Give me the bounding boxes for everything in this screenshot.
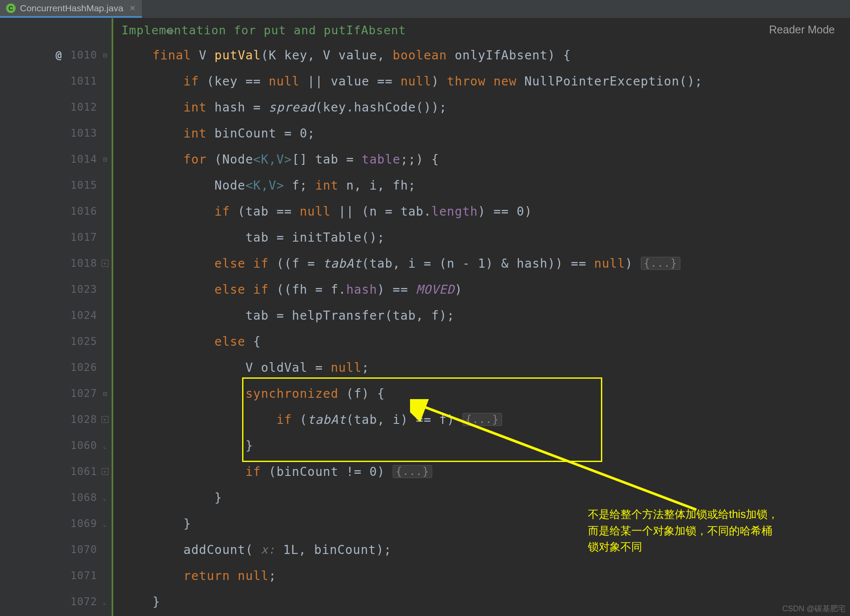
fold-placeholder[interactable]: {...} [641, 257, 680, 270]
inline-hint: x: [261, 543, 275, 556]
line-number[interactable]: 1015 [0, 172, 110, 198]
code-line[interactable]: if (tabAt(tab, i) == f) {...} [111, 406, 850, 433]
fold-minus-icon[interactable]: ⊟ [103, 390, 108, 398]
line-number[interactable]: 1068⌞ [0, 485, 110, 511]
override-gutter-icon[interactable]: @ [56, 49, 62, 61]
tab-bar: C ConcurrentHashMap.java ✕ [0, 0, 850, 18]
line-number[interactable]: 1017 [0, 224, 110, 250]
code-line[interactable]: } [111, 589, 850, 615]
code-line[interactable]: final V putVal(K key, V value, boolean o… [111, 42, 850, 68]
fold-plus-icon[interactable]: + [102, 416, 108, 423]
line-number[interactable]: 1016 [0, 198, 110, 224]
line-number[interactable]: 1026 [0, 354, 110, 380]
code-line[interactable]: else if ((f = tabAt(tab, i = (n - 1) & h… [111, 250, 850, 276]
code-line[interactable]: } [111, 433, 850, 459]
line-number[interactable]: 1072⌞ [0, 589, 110, 615]
fold-close-icon[interactable]: ⌞ [103, 494, 108, 502]
line-number[interactable]: 1013 [0, 120, 110, 146]
line-number[interactable]: 1071 [0, 563, 110, 589]
fold-placeholder[interactable]: {...} [463, 413, 502, 426]
code-line[interactable]: Node<K,V> f; int n, i, fh; [111, 172, 850, 198]
code-line[interactable]: return null; [111, 563, 850, 589]
fold-placeholder[interactable]: {...} [393, 465, 432, 478]
close-icon[interactable]: ✕ [129, 3, 136, 13]
fold-close-icon[interactable]: ⌞ [103, 442, 108, 450]
line-number[interactable]: 1012 [0, 94, 110, 120]
code-line[interactable]: if (key == null || value == null) throw … [111, 68, 850, 94]
code-line[interactable]: else { [111, 328, 850, 354]
code-line[interactable]: tab = helpTransfer(tab, f); [111, 302, 850, 328]
line-number[interactable]: 1011 [0, 68, 110, 94]
line-number[interactable]: 1018+ [0, 250, 110, 276]
code-line[interactable]: int binCount = 0; [111, 120, 850, 146]
line-number[interactable]: 1023 [0, 276, 110, 302]
line-number[interactable]: 1024 [0, 302, 110, 328]
code-line[interactable]: synchronized (f) { [111, 380, 850, 406]
line-number[interactable]: 1060⌞ [0, 433, 110, 459]
editor: 1010@⊟1011101210131014⊟1015101610171018+… [0, 18, 850, 616]
fold-minus-icon[interactable]: ⊟ [103, 51, 108, 59]
code-line[interactable]: if (binCount != 0) {...} [111, 459, 850, 485]
fold-minus-icon[interactable]: ⊟ [103, 155, 108, 164]
reader-mode-label[interactable]: Reader Mode [769, 23, 835, 36]
watermark: CSDN @碳基肥宅 [782, 603, 846, 614]
file-tab[interactable]: C ConcurrentHashMap.java ✕ [0, 0, 142, 18]
change-marker [112, 18, 113, 616]
line-number[interactable]: 1025 [0, 328, 110, 354]
fold-plus-icon[interactable]: + [102, 468, 108, 475]
fold-close-icon[interactable]: ⌞ [103, 598, 108, 606]
line-number[interactable]: 1010@⊟ [0, 42, 110, 68]
line-number[interactable]: 1027⊟ [0, 380, 110, 406]
code-line[interactable]: tab = initTable(); [111, 224, 850, 250]
line-number[interactable]: 1028+ [0, 406, 110, 433]
line-number[interactable]: 1070 [0, 537, 110, 563]
file-tab-name: ConcurrentHashMap.java [20, 3, 123, 13]
fold-plus-icon[interactable]: + [102, 260, 108, 267]
code-line[interactable]: int hash = spread(key.hashCode()); [111, 94, 850, 120]
gutter: 1010@⊟1011101210131014⊟1015101610171018+… [0, 18, 111, 616]
code-line[interactable]: for (Node<K,V>[] tab = table;;) { [111, 146, 850, 172]
code-line[interactable]: V oldVal = null; [111, 354, 850, 380]
code-line[interactable]: if (tab == null || (n = tab.length) == 0… [111, 198, 850, 224]
code-pane[interactable]: ✎ Implementation for put and putIfAbsent… [111, 18, 850, 616]
line-number[interactable]: 1014⊟ [0, 146, 110, 172]
fold-close-icon[interactable]: ⌞ [103, 520, 108, 528]
line-number[interactable]: 1061+ [0, 459, 110, 485]
code-line[interactable]: else if ((fh = f.hash) == MOVED) [111, 276, 850, 302]
line-number[interactable]: 1069⌞ [0, 511, 110, 537]
class-icon: C [6, 3, 16, 13]
annotation-text: 不是给整个方法整体加锁或给this加锁， 而是给某一个对象加锁，不同的哈希桶 锁… [588, 506, 778, 555]
